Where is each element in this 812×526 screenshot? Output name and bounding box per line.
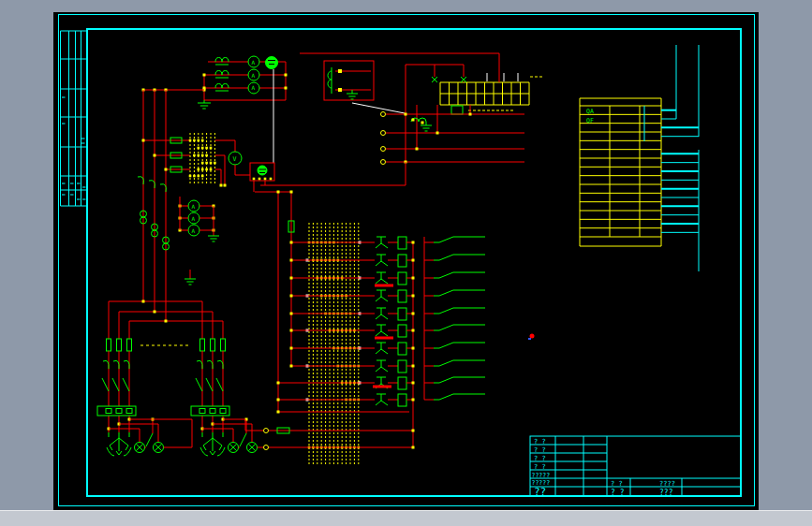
titleblock-drawing-no: ?? — [534, 486, 546, 498]
cad-window: QA QF A A A V A A A ? ? ? ? ? ? ? ? ????… — [0, 0, 812, 526]
titleblock-field4: ? ? — [534, 463, 546, 471]
schematic-drawing[interactable]: QA QF A A A V A A A ? ? ? ? ? ? ? ? ????… — [0, 0, 812, 526]
status-bar — [0, 510, 812, 526]
titleblock-approve-label: ? ? — [611, 480, 623, 488]
titleblock-field3: ? ? — [534, 455, 546, 462]
titleblock-scale-value: ??? — [659, 489, 673, 497]
voltmeter-label: V — [233, 155, 237, 163]
ammeter-3-label: A — [252, 84, 256, 91]
meter-2-label: A — [192, 215, 196, 222]
titleblock-scale-label: ? ? — [611, 489, 625, 497]
titleblock-field1: ? ? — [534, 438, 546, 446]
meter-3-label: A — [192, 227, 196, 234]
ammeter-1-label: A — [252, 59, 256, 66]
titleblock-field2: ? ? — [534, 446, 546, 454]
ammeter-2-label: A — [252, 72, 256, 79]
meter-1-label: A — [192, 203, 196, 210]
titleblock-field5: ????? — [532, 472, 551, 479]
table-label-qf: QF — [586, 117, 594, 124]
table-label-qa: QA — [586, 108, 594, 115]
titleblock-approve-value: ???? — [659, 480, 675, 488]
